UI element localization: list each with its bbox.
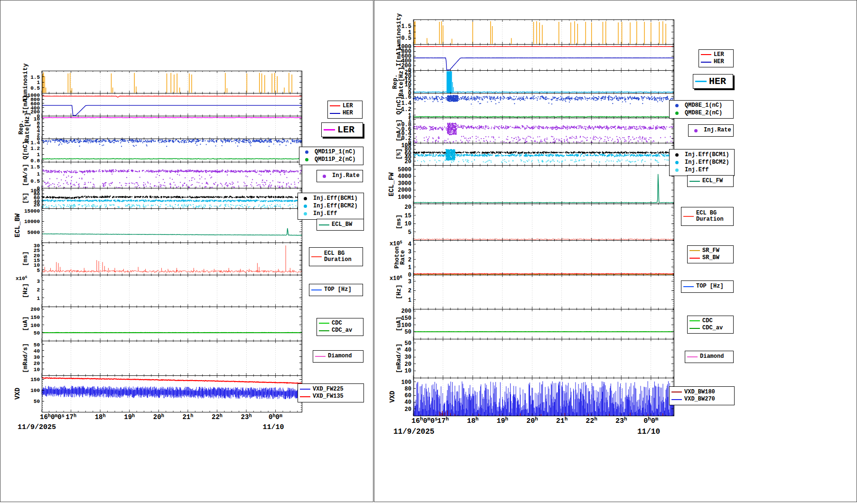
svg-text:1: 1 bbox=[408, 29, 411, 36]
svg-text:x106: x106 bbox=[390, 275, 402, 282]
svg-text:21h: 21h bbox=[556, 416, 568, 425]
legend-rep-rate-ring: LER bbox=[321, 122, 363, 137]
legend-injection-charge: QMD11P_1(nC)QMD11P_2(nC) bbox=[299, 147, 363, 165]
svg-text:[Hz]: [Hz] bbox=[22, 283, 29, 298]
legend-entry: CDC bbox=[689, 318, 731, 324]
svg-text:60: 60 bbox=[405, 392, 411, 399]
svg-text:10000: 10000 bbox=[24, 219, 40, 224]
legend-entry: Inj.Eff bbox=[300, 211, 362, 217]
axes-photon-rate: 01234 bbox=[408, 240, 674, 279]
legend-label: ECL BG Duration bbox=[324, 251, 352, 263]
svg-text:18h: 18h bbox=[95, 413, 106, 421]
legend-beam-current: LERHER bbox=[327, 101, 363, 119]
legend-label: Inj.Eff bbox=[313, 211, 337, 217]
legend-entry: Inj.Rate bbox=[690, 127, 731, 133]
svg-text:1: 1 bbox=[37, 80, 40, 85]
svg-text:3: 3 bbox=[408, 279, 411, 285]
legend-line-marker bbox=[671, 399, 682, 400]
legend-line-marker bbox=[683, 216, 694, 217]
svg-text:1.2: 1.2 bbox=[30, 146, 40, 151]
legend-dot-marker bbox=[694, 129, 698, 132]
legend-diamond: Diamond bbox=[313, 350, 363, 363]
legend-line-marker bbox=[689, 320, 700, 321]
svg-text:10: 10 bbox=[405, 368, 411, 374]
svg-text:17h: 17h bbox=[65, 413, 76, 421]
legend-entry: Inj.Eff(BCM2) bbox=[300, 203, 362, 209]
axes-cdc-current: 50100150200 bbox=[401, 308, 674, 339]
legend-entry: LER bbox=[701, 52, 731, 58]
svg-text:5000: 5000 bbox=[28, 230, 40, 235]
legend-dot-marker bbox=[304, 197, 307, 200]
series-QMD11P_2 bbox=[42, 159, 302, 159]
svg-text:20h: 20h bbox=[153, 413, 164, 421]
axes-ecl-bg-duration: 5101520 bbox=[405, 204, 674, 240]
legend-diamond: Diamond bbox=[685, 351, 734, 363]
subplot-diamond bbox=[413, 339, 674, 378]
legend-label: ECL BG Duration bbox=[696, 210, 724, 223]
legend-entry: VXD_FW225 bbox=[300, 386, 362, 392]
series-ecl-bg-baseline bbox=[413, 239, 674, 240]
svg-text:3000: 3000 bbox=[398, 180, 411, 187]
svg-text:[uA]: [uA] bbox=[395, 317, 402, 331]
svg-text:50: 50 bbox=[405, 329, 411, 336]
legend-dot-marker bbox=[675, 112, 679, 115]
subplot-injection-efficiency bbox=[413, 143, 674, 165]
legend-entry: QMD8E_2(nC) bbox=[671, 110, 731, 116]
svg-text:[mA/s]: [mA/s] bbox=[22, 164, 29, 186]
series-inj-eff-burst bbox=[446, 149, 456, 161]
legend-label: TOP [Hz] bbox=[324, 287, 352, 293]
svg-text:1000: 1000 bbox=[398, 194, 411, 201]
legend-entry: ECL BG Duration bbox=[311, 251, 361, 263]
svg-text:ECL_FW: ECL_FW bbox=[388, 172, 395, 196]
legend-line-marker bbox=[319, 323, 329, 324]
legend-line-marker bbox=[695, 81, 707, 82]
legend-label: ECL_BW bbox=[332, 222, 352, 228]
legend-entry: TOP [Hz] bbox=[683, 283, 731, 289]
svg-text:30: 30 bbox=[405, 354, 411, 361]
svg-text:2: 2 bbox=[37, 287, 40, 293]
legend-label: Inj.Eff(BCM2) bbox=[685, 159, 729, 166]
svg-text:200: 200 bbox=[30, 307, 40, 312]
legend-label: Inj.Rate bbox=[332, 173, 360, 179]
legend-line-marker bbox=[689, 250, 700, 251]
legend-label: QMD8E_2(nC) bbox=[685, 110, 722, 116]
axes-beam-current: 02004006008001000 bbox=[398, 44, 674, 74]
svg-text:10: 10 bbox=[405, 221, 411, 227]
legend-entry: ECL BG Duration bbox=[683, 210, 731, 223]
legend-entry: HER bbox=[701, 59, 731, 65]
svg-text:I[mA]: I[mA] bbox=[395, 48, 402, 66]
x-axis-labels: 16h0m0s17h18h19h20h21h22h23h0h0m11/9/202… bbox=[18, 413, 284, 431]
legend-dot-marker bbox=[304, 205, 307, 208]
legend-entry: Inj.Eff bbox=[671, 167, 732, 173]
svg-text:1.6: 1.6 bbox=[401, 94, 411, 101]
axes-beam-current: 02004006008001000 bbox=[28, 93, 302, 119]
subplot-vxd bbox=[42, 375, 302, 412]
subplot-injection-rate bbox=[413, 118, 674, 143]
svg-text:[mRad/s]: [mRad/s] bbox=[22, 343, 29, 373]
svg-text:18h: 18h bbox=[467, 416, 479, 425]
svg-text:2: 2 bbox=[408, 257, 411, 263]
axes-luminosity: 0.511.5 bbox=[30, 71, 302, 93]
axes-luminosity: 0.511.5 bbox=[401, 19, 674, 44]
svg-text:1000: 1000 bbox=[28, 93, 40, 98]
subplot-ecl-bg-duration bbox=[413, 204, 674, 240]
svg-text:25: 25 bbox=[405, 69, 411, 76]
legend-label: CDC bbox=[332, 320, 342, 327]
beam-background-monitor: 0.511.5Luminosity02004006008001000I[mA]0… bbox=[0, 0, 857, 504]
legend-line-marker bbox=[311, 289, 322, 290]
legend-entry: ECL_FW bbox=[689, 178, 731, 184]
svg-text:0.5: 0.5 bbox=[30, 85, 40, 91]
svg-text:80: 80 bbox=[405, 386, 411, 392]
svg-text:20h: 20h bbox=[526, 416, 538, 425]
legend-entry: CDC_av bbox=[689, 325, 731, 331]
legend-entry: CDC_av bbox=[319, 327, 361, 334]
legend-entry: ECL_BW bbox=[319, 222, 362, 228]
legend-injection-efficiency: Inj.Eff(BCM1)Inj.Eff(BCM2)Inj.Eff bbox=[298, 193, 364, 220]
subplot-top-rate bbox=[413, 275, 674, 309]
legend-label: CDC_av bbox=[702, 325, 723, 331]
legend-label: ECL_FW bbox=[702, 178, 723, 184]
legend-entry: SR_FW bbox=[689, 248, 731, 254]
series-inj-eff bbox=[42, 204, 302, 208]
legend-entry: VXD_BW180 bbox=[671, 389, 732, 395]
legend-entry: VXD_FW135 bbox=[300, 393, 362, 400]
